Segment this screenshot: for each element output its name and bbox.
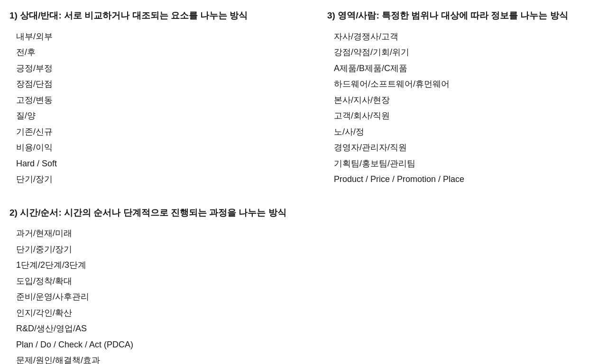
list-item: 준비/운영/사후관리	[16, 289, 598, 305]
list-item: 긍정/부정	[16, 61, 280, 77]
list-item: Plan / Do / Check / Act (PDCA)	[16, 337, 598, 353]
list-item: 하드웨어/소프트웨어/휴먼웨어	[334, 76, 598, 92]
list-item: 본사/지사/현장	[334, 92, 598, 109]
list-item: 내부/외부	[16, 29, 280, 45]
list-item: 고정/변동	[16, 92, 280, 109]
top-row: 1) 상대/반대: 서로 비교하거나 대조되는 요소를 나누는 방식 내부/외부…	[9, 9, 598, 188]
list-item: 1단계/2단계/3단계	[16, 257, 598, 273]
list-item: 도입/정착/확대	[16, 273, 598, 290]
list-item: 기획팀/홍보팀/관리팀	[334, 156, 598, 172]
section2-list: 과거/현재/미래 단기/중기/장기 1단계/2단계/3단계 도입/정착/확대 준…	[9, 226, 598, 364]
list-item: 단기/중기/장기	[16, 242, 598, 258]
section2-block: 2) 시간/순서: 시간의 순서나 단계적으로 진행되는 과정을 나누는 방식 …	[9, 207, 598, 364]
list-item: 경영자/관리자/직원	[334, 140, 598, 156]
list-item: 강점/약점/기회/위기	[334, 45, 598, 61]
list-item: 비용/이익	[16, 140, 280, 156]
list-item: 기존/신규	[16, 124, 280, 140]
list-item: 인지/각인/확산	[16, 305, 598, 321]
list-item: 질/양	[16, 108, 280, 124]
section1-block: 1) 상대/반대: 서로 비교하거나 대조되는 요소를 나누는 방식 내부/외부…	[9, 9, 280, 188]
list-item: Hard / Soft	[16, 156, 280, 172]
list-item: 장점/단점	[16, 76, 280, 92]
list-item: 과거/현재/미래	[16, 226, 598, 242]
list-item: A제품/B제품/C제품	[334, 61, 598, 77]
list-item: 자사/경쟁사/고객	[334, 29, 598, 45]
section3-title: 3) 영역/사람: 특정한 범위나 대상에 따라 정보를 나누는 방식	[327, 9, 598, 22]
section2-title: 2) 시간/순서: 시간의 순서나 단계적으로 진행되는 과정을 나누는 방식	[9, 207, 598, 219]
section3-block: 3) 영역/사람: 특정한 범위나 대상에 따라 정보를 나누는 방식 자사/경…	[280, 9, 598, 188]
list-item: 단기/장기	[16, 172, 280, 188]
list-item: 고객/회사/직원	[334, 108, 598, 124]
list-item: 전/후	[16, 45, 280, 61]
page-container: 1) 상대/반대: 서로 비교하거나 대조되는 요소를 나누는 방식 내부/외부…	[9, 9, 598, 364]
section1-title: 1) 상대/반대: 서로 비교하거나 대조되는 요소를 나누는 방식	[9, 9, 280, 22]
section3-list: 자사/경쟁사/고객 강점/약점/기회/위기 A제품/B제품/C제품 하드웨어/소…	[327, 29, 598, 188]
section1-list: 내부/외부 전/후 긍정/부정 장점/단점 고정/변동 질/양 기존/신규 비용…	[9, 29, 280, 188]
list-item: 문제/원인/해결책/효과	[16, 353, 598, 364]
list-item: R&D/생산/영업/AS	[16, 321, 598, 337]
list-item: Product / Price / Promotion / Place	[334, 172, 598, 188]
list-item: 노/사/정	[334, 124, 598, 140]
